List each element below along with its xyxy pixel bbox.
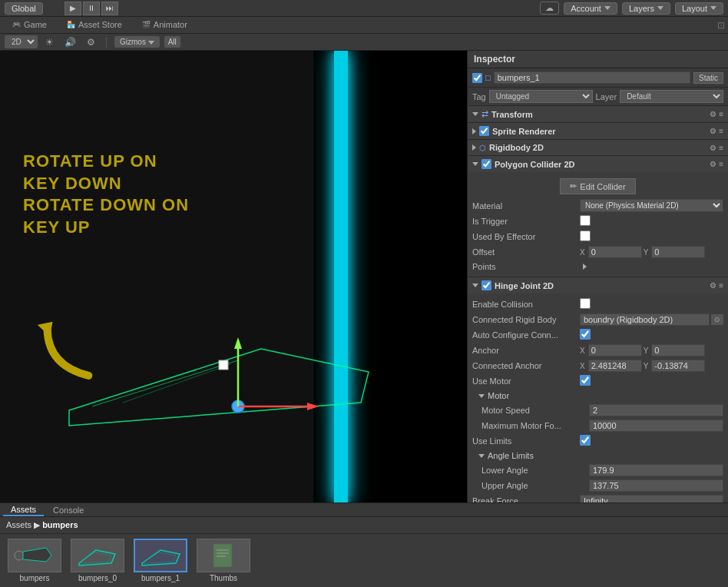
pause-button[interactable]: ⏸ [83, 2, 100, 15]
polygon-collider-checkbox[interactable] [481, 159, 491, 169]
anchor-x-input[interactable] [588, 344, 642, 357]
connected-rigidbody-pick-btn[interactable]: ⊙ [711, 314, 723, 325]
hinge-joint-name: Hinge Joint 2D [495, 281, 706, 290]
bumpers-preview-svg [12, 540, 58, 571]
points-fold-icon [583, 264, 587, 270]
max-motor-force-input[interactable] [589, 420, 723, 432]
rigidbody-icons: ⚙ ≡ [710, 144, 723, 152]
sound-btn[interactable]: 🔊 [61, 36, 79, 48]
connected-rigidbody-input[interactable] [580, 313, 710, 326]
angle-limits-header[interactable]: Angle Limits [472, 449, 723, 463]
svg-rect-14 [73, 539, 123, 572]
play-button[interactable]: ▶ [65, 2, 81, 15]
gizmos-dropdown[interactable]: Gizmos [114, 36, 160, 48]
assets-tab[interactable]: Assets [3, 504, 44, 516]
component-rigidbody2d-header[interactable]: ⬡ Rigidbody 2D ⚙ ≡ [468, 140, 728, 155]
polygon-collider-menu-btn[interactable]: ≡ [719, 160, 723, 168]
layer-select[interactable]: Default [620, 90, 723, 103]
component-hinge-joint-header[interactable]: Hinge Joint 2D ⚙ ≡ [468, 277, 728, 294]
svg-marker-9 [307, 403, 319, 410]
use-motor-checkbox[interactable] [580, 375, 591, 386]
material-value: None (Physics Material 2D) [580, 199, 723, 212]
component-transform-header[interactable]: ⇄ Transform ⚙ ≡ [468, 106, 728, 122]
tab-animator[interactable]: 🎬 Animator [133, 17, 197, 34]
sprite-renderer-name: Sprite Renderer [492, 127, 706, 136]
asset-bumpers-0[interactable]: bumpers_0 [69, 537, 126, 584]
settings-btn[interactable]: ⚙ [84, 36, 98, 48]
anchor-label: Anchor [472, 346, 580, 355]
material-select[interactable]: None (Physics Material 2D) [580, 199, 723, 212]
offset-y-label: Y [644, 248, 649, 257]
step-button[interactable]: ⏭ [101, 2, 118, 15]
console-tab[interactable]: Console [45, 505, 91, 516]
maximize-button[interactable]: ⊡ [717, 20, 725, 31]
offset-value: X Y [580, 246, 723, 258]
bumpers-folder-label: bumpers [20, 574, 50, 582]
gizmos-chevron-icon [148, 41, 154, 45]
static-button[interactable]: Static [693, 72, 723, 84]
global-button[interactable]: Global [5, 2, 43, 15]
transform-menu-btn[interactable]: ≡ [719, 110, 723, 118]
offset-x-input[interactable] [588, 246, 642, 258]
all-button[interactable]: All [164, 36, 180, 48]
sprite-renderer-fold-icon [472, 128, 476, 134]
account-dropdown[interactable]: Account [564, 2, 617, 15]
component-sprite-renderer-header[interactable]: Sprite Renderer ⚙ ≡ [468, 123, 728, 139]
anchor-y-input[interactable] [651, 344, 705, 357]
asset-thumbs[interactable]: Thumbs [195, 537, 252, 584]
asset-bumpers[interactable]: bumpers [6, 537, 63, 584]
bumpers-1-thumb [134, 539, 187, 572]
tab-asset-store[interactable]: 🏪 Asset Store [58, 17, 131, 34]
sprite-renderer-checkbox[interactable] [479, 126, 489, 136]
used-by-effector-checkbox[interactable] [580, 230, 591, 241]
motor-speed-input[interactable] [589, 404, 723, 416]
enable-collision-checkbox[interactable] [580, 298, 591, 309]
layers-dropdown[interactable]: Layers [622, 2, 670, 15]
component-polygon-collider-header[interactable]: Polygon Collider 2D ⚙ ≡ [468, 156, 728, 172]
anchor-x-label: X [580, 347, 585, 355]
hinge-joint-menu-btn[interactable]: ≡ [719, 281, 723, 290]
lower-angle-input[interactable] [589, 464, 723, 476]
upper-angle-input[interactable] [589, 479, 723, 492]
motor-subsection-header[interactable]: Motor [472, 389, 723, 403]
angle-limits-fold-icon [478, 454, 485, 458]
lower-angle-row: Lower Angle [481, 463, 723, 478]
tab-game[interactable]: 🎮 Game [3, 17, 56, 34]
tag-select[interactable]: Untagged [489, 90, 593, 103]
connected-anchor-x-input[interactable] [588, 360, 642, 372]
object-name-input[interactable] [494, 71, 690, 84]
scene-view[interactable]: ROTATE UP ON KEY DOWN ROTATE DOWN ON KEY… [0, 51, 467, 502]
toolbar-separator [106, 37, 107, 48]
rigidbody-menu-btn[interactable]: ≡ [719, 144, 723, 152]
points-row: Points [472, 260, 723, 274]
motor-speed-row: Motor Speed [481, 403, 723, 418]
is-trigger-checkbox[interactable] [580, 215, 591, 226]
cloud-button[interactable]: ☁ [540, 2, 559, 15]
use-limits-checkbox[interactable] [580, 435, 591, 446]
rigidbody-fold-icon [472, 144, 476, 151]
hinge-joint-fold-icon [472, 284, 478, 287]
auto-configure-checkbox[interactable] [580, 329, 591, 340]
layout-chevron-icon [710, 6, 716, 10]
sprite-renderer-menu-btn[interactable]: ≡ [719, 127, 723, 135]
polygon-collider-body: ✏ Edit Collider Material None (Physics M… [468, 172, 728, 277]
max-motor-force-row: Maximum Motor Fo... [481, 418, 723, 433]
asset-bumpers-1[interactable]: bumpers_1 [132, 537, 189, 584]
break-force-input[interactable] [580, 495, 723, 502]
top-bar: Global ▶ ⏸ ⏭ ☁ Account Layers Layout [0, 0, 728, 17]
layout-dropdown[interactable]: Layout [675, 2, 723, 15]
rigidbody-options-btn[interactable]: ⚙ [710, 144, 716, 152]
assets-grid: bumpers bumpers_0 bumpers_1 [0, 534, 728, 587]
mode-select[interactable]: 2D3D [5, 35, 38, 48]
hinge-joint-options-btn[interactable]: ⚙ [710, 281, 716, 290]
edit-collider-button[interactable]: ✏ Edit Collider [560, 178, 635, 194]
sprite-renderer-options-btn[interactable]: ⚙ [710, 127, 716, 135]
connected-anchor-y-input[interactable] [651, 360, 705, 372]
offset-y-input[interactable] [651, 246, 705, 258]
layers-chevron-icon [657, 6, 663, 10]
polygon-collider-options-btn[interactable]: ⚙ [710, 160, 716, 168]
object-active-checkbox[interactable] [472, 73, 482, 83]
hinge-joint-checkbox[interactable] [481, 280, 491, 290]
transform-options-btn[interactable]: ⚙ [710, 110, 716, 118]
light-btn[interactable]: ☀ [42, 36, 57, 48]
